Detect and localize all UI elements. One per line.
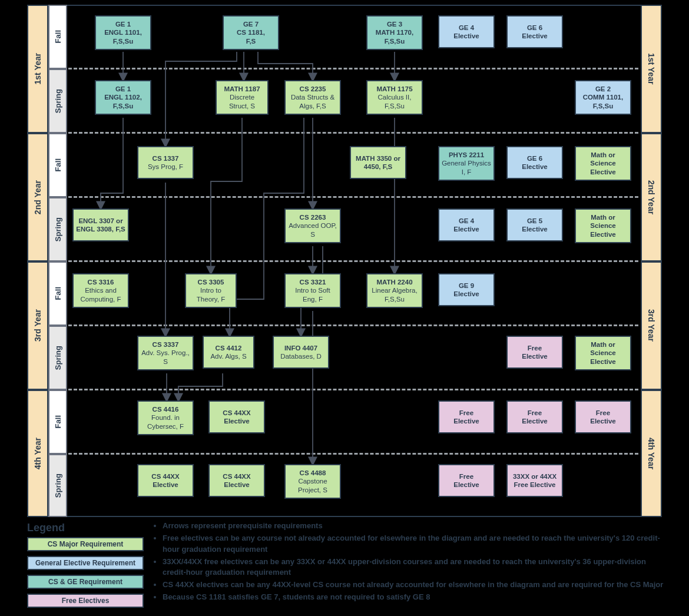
sem-y4-fall: Fall [48,390,67,454]
dash-y2 [68,196,638,198]
course-cs3305: CS 3305Intro to Theory, F [185,273,237,308]
course-ge5: GE 5Elective [506,208,563,241]
course-free3-y4f: FreeElective [575,400,631,433]
course-free-y4s: FreeElective [438,464,495,497]
course-cs4416: CS 4416Found. in Cybersec, F [137,400,194,435]
course-msci-y2s: Math or Science Elective [575,208,631,243]
legend-chip-green: CS Major Requirement [27,537,144,551]
course-cs4488: CS 4488Capstone Project, S [284,464,341,499]
legend-note: Because CS 1181 satisfies GE 7, students… [163,592,670,603]
course-math1170: GE 3MATH 1170,F,S,Su [366,15,423,50]
course-cs44xx1-y4s: CS 44XXElective [137,464,194,497]
course-ge6-y1f: GE 6Elective [506,15,563,48]
course-ge4-y1f: GE 4Elective [438,15,495,48]
course-engl1101: GE 1ENGL 1101,F,S,Su [95,15,151,50]
sem-y4-spring: Spring [48,454,67,517]
course-free-y3s: FreeElective [506,336,563,369]
course-cs3316: CS 3316Ethics and Computing, F [72,273,129,308]
course-cs1337: CS 1337Sys Prog, F [137,146,194,179]
legend-note: Free electives can be any course not alr… [163,533,670,555]
year-band-y2-left: 2nd Year [27,133,48,261]
legend-chip-blue: General Elective Requirement [27,556,144,570]
course-math2240: MATH 2240Linear Algebra, F,S,Su [366,273,423,308]
year-band-y4-left: 4th Year [27,390,48,517]
legend-notes: Arrows represent prerequisite requiremen… [152,521,670,604]
course-math1187: MATH 1187Discrete Struct, S [216,80,269,115]
course-comm1101: GE 2COMM 1101,F,S,Su [575,80,631,115]
course-upper-free: 33XX or 44XX Free Elective [506,464,563,497]
course-msci-y3s: Math or Science Elective [575,336,631,370]
dash-y3y4 [68,389,638,390]
course-free2-y4f: FreeElective [506,400,563,433]
sem-y2-spring: Spring [48,197,67,261]
sem-y3-fall: Fall [48,261,67,326]
course-cs3321: CS 3321Intro to Soft Eng, F [284,273,341,308]
course-free1-y4f: FreeElective [438,400,495,433]
sem-y1-spring: Spring [48,69,67,133]
course-ge4-y2s: GE 4Elective [438,208,495,241]
course-info4407: INFO 4407Databases, D [273,336,329,369]
course-ge9: GE 9Elective [438,273,495,306]
dash-y1 [68,68,638,69]
course-cs2263: CS 2263Advanced OOP, S [284,208,341,243]
course-engl1102: GE 1ENGL 1102,F,S,Su [95,80,151,115]
course-cs1181: GE 7CS 1181,F,S [223,15,279,50]
legend-chip-pink: Free Electives [27,594,144,608]
year-band-y3-right: 3rd Year [641,261,662,390]
course-cs44xx2-y4s: CS 44XXElective [208,464,265,497]
sem-y1-fall: Fall [48,5,67,69]
year-band-y1-right: 1st Year [641,5,662,133]
legend-note: 33XX/44XX free electives can be any 33XX… [163,557,670,579]
course-msci-y2f: Math or Science Elective [575,146,631,181]
year-band-y1-left: 1st Year [27,5,48,133]
degree-plan-diagram: 1st Year 2nd Year 3rd Year 4th Year 1st … [5,5,684,611]
course-ge6-y2f: GE 6Elective [506,146,563,179]
course-phys2211: PHYS 2211General Physics I, F [438,146,495,181]
year-band-y4-right: 4th Year [641,390,662,517]
course-cs44xx-y4f: CS 44XXElective [208,400,265,433]
legend-note: Arrows represent prerequisite requiremen… [163,521,670,532]
course-cs4412: CS 4412Adv. Algs, S [203,336,254,369]
year-band-y2-right: 2nd Year [641,133,662,261]
course-cs3337: CS 3337Adv. Sys. Prog., S [137,336,194,370]
dash-y2y3 [68,260,638,262]
legend-chip-teal: CS & GE Requirement [27,575,144,589]
course-math1175: MATH 1175Calculus II,F,S,Su [366,80,423,115]
sem-y2-fall: Fall [48,133,67,197]
course-engl3307: ENGL 3307 or ENGL 3308, F,S [72,208,129,241]
dash-y3 [68,324,638,326]
dash-y4 [68,453,638,455]
legend-note: CS 44XX electives can be any 44XX-level … [163,579,670,591]
course-cs2235: CS 2235Data Structs & Algs, F,S [284,80,341,115]
course-math3350: MATH 3350 or 4450, F,S [350,146,406,179]
legend-title: Legend [27,522,65,534]
year-band-y3-left: 3rd Year [27,261,48,390]
dash-y1y2 [68,132,638,134]
sem-y3-spring: Spring [48,326,67,390]
